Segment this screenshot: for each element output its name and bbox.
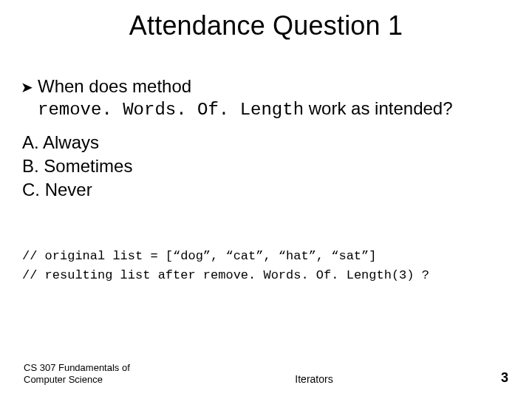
option-a: A. Always (22, 132, 511, 154)
code-line-1: // original list = [“dog”, “cat”, “hat”,… (22, 247, 511, 266)
slide-title: Attendance Question 1 (0, 0, 532, 41)
question-code: remove. Words. Of. Length (38, 100, 304, 120)
code-comment-block: // original list = [“dog”, “cat”, “hat”,… (22, 247, 511, 284)
question-text: When does method remove. Words. Of. Leng… (38, 75, 511, 121)
slide: Attendance Question 1 ➤ When does method… (0, 0, 532, 399)
code-line-2: // resulting list after remove. Words. O… (22, 266, 511, 285)
footer-topic: Iterators (149, 373, 479, 386)
option-b: B. Sometimes (22, 155, 511, 177)
slide-footer: CS 307 Fundamentals of Computer Science … (0, 362, 532, 386)
bullet-icon: ➤ (21, 77, 33, 98)
page-number: 3 (479, 370, 508, 386)
question-bullet: ➤ When does method remove. Words. Of. Le… (21, 75, 511, 121)
footer-course-line2: Computer Science (24, 374, 103, 385)
code-line-2-code: remove. Words. Of. Length(3) ? (203, 268, 429, 282)
footer-course: CS 307 Fundamentals of Computer Science (24, 362, 149, 386)
option-c: C. Never (22, 179, 511, 201)
code-line-2-pre: // resulting list after (22, 268, 203, 282)
answer-options: A. Always B. Sometimes C. Never (22, 132, 511, 201)
footer-course-line1: CS 307 Fundamentals of (24, 362, 130, 373)
question-tail: work as intended? (304, 98, 452, 118)
slide-body: ➤ When does method remove. Words. Of. Le… (0, 41, 532, 284)
question-lead: When does method (38, 76, 191, 96)
